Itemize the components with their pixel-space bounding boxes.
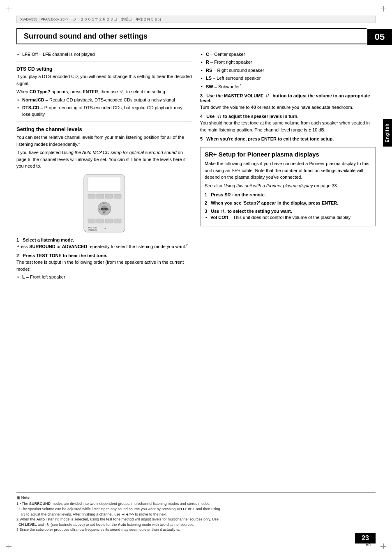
sr-title: SR+ Setup for Pioneer plasma displays xyxy=(205,151,371,158)
note-line-5: CH LEVEL and ↑/↓ (see footnote above) to… xyxy=(16,522,376,527)
sr-step-1-label: 1 Press SR+ on the remote. xyxy=(205,192,371,197)
bullet-sw: SW – Subwoofer3 xyxy=(200,83,376,90)
svg-text:◄: ◄ xyxy=(98,207,101,210)
step-2-bullet-l: L – Front left speaker xyxy=(16,274,192,280)
svg-text:VOLUME: VOLUME xyxy=(88,229,97,231)
content-area: LFE Off – LFE channel is not played DTS … xyxy=(16,47,376,530)
sr-step-1: 1 Press SR+ on the remote. xyxy=(205,192,371,197)
step-3-label: 3 Use the MASTER VOLUME +/– button to ad… xyxy=(200,93,376,103)
step-4-text: You should hear the test tone at the sam… xyxy=(200,120,376,133)
corner-mark-bl xyxy=(6,543,12,549)
dts-bullet-2: DTS-CD – Proper decoding of DTS-encoded … xyxy=(16,105,192,117)
section-title-bar: Surround sound and other settings xyxy=(16,28,367,44)
divider-2 xyxy=(16,122,192,122)
right-column: C – Center speaker R – Front right speak… xyxy=(200,47,376,530)
sr-step-3-label: 3 Use ↑/↓ to select the setting you want… xyxy=(205,209,371,214)
svg-rect-14 xyxy=(97,219,104,223)
svg-rect-13 xyxy=(88,219,95,223)
note-line-2: • The speaker volume can be adjusted whi… xyxy=(16,507,376,512)
dts-cdtype: When CD Type? appears, press ENTER, then… xyxy=(16,88,192,95)
english-tab: English xyxy=(383,119,392,147)
bullet-c: C – Center speaker xyxy=(200,51,376,58)
note-line-3: ↑/↓ to adjust the channel levels. After … xyxy=(16,512,376,517)
step-2: 2 Press TEST TONE to hear the test tone.… xyxy=(16,253,192,280)
corner-mark-br xyxy=(380,543,386,549)
svg-rect-5 xyxy=(114,194,121,198)
page-en-label: En xyxy=(366,542,371,547)
bullet-rs: RS – Right surround speaker xyxy=(200,67,376,74)
bullet-r: R – Front right speaker xyxy=(200,59,376,65)
sr-intro-1: Make the following settings if you have … xyxy=(205,160,371,181)
note-title: Note xyxy=(21,495,30,500)
step-3: 3 Use the MASTER VOLUME +/– button to ad… xyxy=(200,93,376,111)
svg-rect-4 xyxy=(105,194,113,198)
sr-step-3: 3 Use ↑/↓ to select the setting you want… xyxy=(205,209,371,221)
step-4-label: 4 Use ↑/↓ to adjust the speaker levels i… xyxy=(200,114,376,119)
dts-bullet-1: NormalCD – Regular CD playback, DTS-enco… xyxy=(16,97,192,103)
step-5: 5 When you're done, press ENTER to exit … xyxy=(200,136,376,141)
channel-intro-2: If you have completed Using the Auto MCA… xyxy=(16,149,192,170)
sr-step-2: 2 When you see 'Setup?' appear in the di… xyxy=(205,200,371,205)
dts-heading: DTS CD setting xyxy=(16,66,192,72)
sr-intro-2: See also Using this unit with a Pioneer … xyxy=(205,182,371,189)
note-line-6: 3 Since the subwoofer produces ultra-low… xyxy=(16,527,376,532)
note-section: ▣ Note 1 • The SURROUND modes are divide… xyxy=(16,493,376,532)
sr-section: SR+ Setup for Pioneer plasma displays Ma… xyxy=(200,147,376,226)
lfe-off-item: LFE Off – LFE channel is not played xyxy=(16,51,192,58)
divider-1 xyxy=(16,62,192,62)
sr-step-3-bullet: Vol COff – This unit does not control th… xyxy=(205,214,371,221)
page-en: En xyxy=(366,542,371,547)
diagram-area: ▲ ▼ ◄ ► ENTER MASTER VOLUME – + xyxy=(16,174,192,233)
left-column: LFE Off – LFE channel is not played DTS … xyxy=(16,47,192,530)
svg-text:–: – xyxy=(98,227,100,230)
channel-intro-1: You can set the relative channel levels … xyxy=(16,134,192,147)
language-label: English xyxy=(385,123,390,143)
chapter-tab: 05 xyxy=(367,29,392,45)
bullet-ls: LS – Left surround speaker xyxy=(200,75,376,81)
note-line-4: 2 When the Auto listening mode is select… xyxy=(16,517,376,522)
step-1-text: Press SURROUND or ADVANCED repeatedly to… xyxy=(16,243,192,250)
step-2-text: The test tone is output in the following… xyxy=(16,259,192,272)
corner-mark-tl xyxy=(6,6,12,12)
page-number: 23 xyxy=(362,534,369,542)
svg-rect-3 xyxy=(97,194,104,198)
step-2-label: 2 Press TEST TONE to hear the test tone. xyxy=(16,253,192,258)
svg-text:ENTER: ENTER xyxy=(101,208,108,210)
note-icon: ▣ xyxy=(16,495,21,500)
svg-rect-15 xyxy=(105,219,113,223)
svg-text:▲: ▲ xyxy=(102,202,105,205)
svg-text:+: + xyxy=(104,227,106,230)
corner-mark-tr xyxy=(380,6,386,12)
svg-rect-16 xyxy=(114,219,121,223)
svg-text:▼: ▼ xyxy=(102,212,105,214)
channel-levels-title: Setting the channel levels xyxy=(16,126,192,132)
header-bar: XV-DV535_IPPAN.book 23 ページ ２００５年２月２３日 水曜… xyxy=(16,16,376,23)
note-line-1: 1 • The SURROUND modes are divided into … xyxy=(16,501,376,507)
step-1-label: 1 Select a listening mode. xyxy=(16,237,192,242)
svg-rect-2 xyxy=(88,194,95,198)
page-title: Surround sound and other settings xyxy=(24,32,148,41)
dts-intro: If you play a DTS-encoded CD, you will n… xyxy=(16,73,192,87)
svg-rect-1 xyxy=(88,177,121,191)
lfe-off-text: LFE Off – LFE channel is not played xyxy=(22,52,95,57)
chapter-number: 05 xyxy=(375,32,385,42)
step-5-label: 5 When you're done, press ENTER to exit … xyxy=(200,136,376,141)
step-4: 4 Use ↑/↓ to adjust the speaker levels i… xyxy=(200,114,376,133)
step-1: 1 Select a listening mode. Press SURROUN… xyxy=(16,237,192,250)
header-text: XV-DV535_IPPAN.book 23 ページ ２００５年２月２３日 水曜… xyxy=(20,17,161,22)
sr-step-2-label: 2 When you see 'Setup?' appear in the di… xyxy=(205,200,371,205)
step-3-text: Turn down the volume to 40 or less to en… xyxy=(200,104,376,111)
remote-diagram: ▲ ▼ ◄ ► ENTER MASTER VOLUME – + xyxy=(82,174,127,233)
